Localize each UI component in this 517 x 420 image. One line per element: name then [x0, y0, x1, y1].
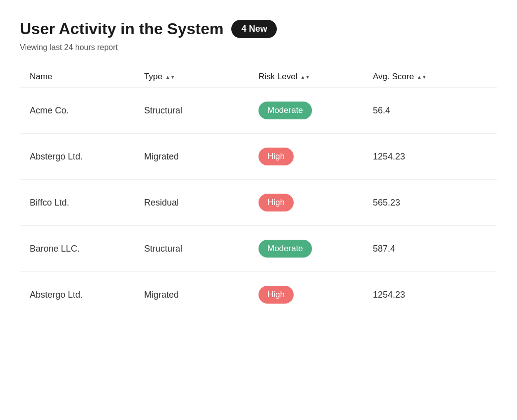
sort-icon-type: ▲▼: [165, 74, 175, 80]
table-row[interactable]: Abstergo Ltd. Migrated High 1254.23: [20, 272, 497, 317]
cell-type: Migrated: [144, 290, 258, 300]
cell-risk: High: [258, 194, 373, 211]
table-body: Acme Co. Structural Moderate 56.4 Abster…: [20, 88, 497, 317]
cell-score: 56.4: [373, 105, 487, 116]
risk-badge: High: [258, 286, 294, 304]
cell-type: Structural: [144, 244, 258, 254]
page-header: User Activity in the System 4 New Viewin…: [20, 20, 497, 52]
cell-risk: High: [258, 148, 373, 165]
cell-risk: Moderate: [258, 240, 373, 258]
risk-badge: High: [258, 148, 294, 165]
cell-name: Barone LLC.: [30, 244, 144, 254]
page-title: User Activity in the System: [20, 20, 223, 38]
table-row[interactable]: Abstergo Ltd. Migrated High 1254.23: [20, 134, 497, 180]
new-badge: 4 New: [231, 20, 277, 38]
table-header: Name Type ▲▼ Risk Level ▲▼ Avg. Score ▲▼: [20, 67, 497, 88]
cell-type: Migrated: [144, 152, 258, 162]
cell-score: 565.23: [373, 198, 487, 208]
cell-score: 1254.23: [373, 152, 487, 162]
col-header-type[interactable]: Type ▲▼: [144, 72, 258, 82]
table-row[interactable]: Acme Co. Structural Moderate 56.4: [20, 88, 497, 134]
activity-table: Name Type ▲▼ Risk Level ▲▼ Avg. Score ▲▼…: [20, 67, 497, 317]
cell-risk: High: [258, 286, 373, 304]
risk-badge: Moderate: [258, 240, 312, 258]
cell-name: Biffco Ltd.: [30, 198, 144, 208]
col-header-name: Name: [30, 72, 144, 82]
cell-type: Residual: [144, 198, 258, 208]
risk-badge: Moderate: [258, 102, 312, 119]
cell-score: 1254.23: [373, 290, 487, 300]
col-header-risk[interactable]: Risk Level ▲▼: [258, 72, 373, 82]
sort-icon-risk: ▲▼: [300, 74, 310, 80]
table-row[interactable]: Barone LLC. Structural Moderate 587.4: [20, 226, 497, 272]
col-header-score[interactable]: Avg. Score ▲▼: [373, 72, 487, 82]
sort-icon-score: ▲▼: [417, 74, 427, 80]
cell-risk: Moderate: [258, 102, 373, 119]
cell-name: Abstergo Ltd.: [30, 152, 144, 162]
table-row[interactable]: Biffco Ltd. Residual High 565.23: [20, 180, 497, 226]
cell-name: Abstergo Ltd.: [30, 290, 144, 300]
cell-name: Acme Co.: [30, 105, 144, 116]
cell-type: Structural: [144, 105, 258, 116]
cell-score: 587.4: [373, 244, 487, 254]
page-subtitle: Viewing last 24 hours report: [20, 43, 497, 52]
risk-badge: High: [258, 194, 294, 211]
